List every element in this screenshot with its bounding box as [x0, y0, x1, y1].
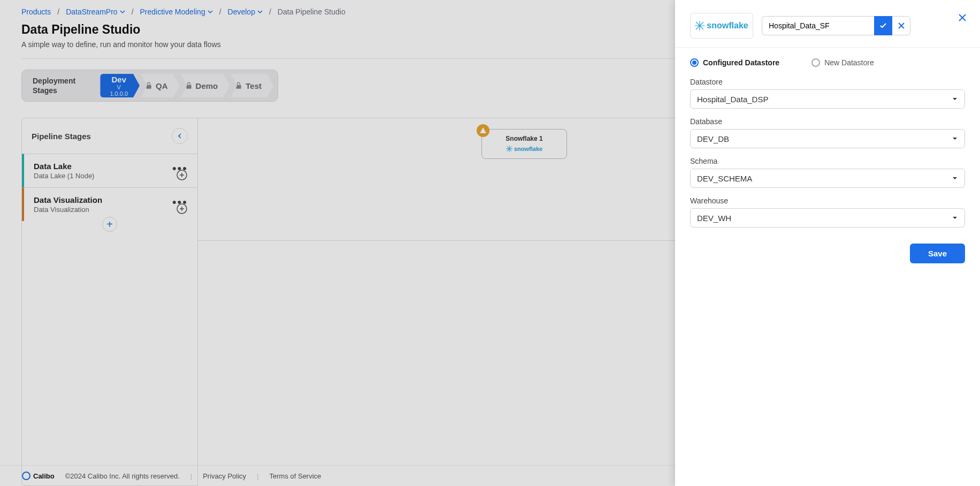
check-icon: [879, 21, 887, 30]
radio-label: New Datastore: [824, 58, 874, 67]
radio-label: Configured Datastore: [703, 58, 779, 67]
snowflake-icon: [695, 21, 705, 31]
caret-down-icon: [952, 215, 958, 221]
radio-configured-datastore[interactable]: Configured Datastore: [690, 58, 779, 67]
warehouse-label: Warehouse: [690, 196, 965, 205]
radio-unchecked-icon: [811, 58, 820, 67]
radio-new-datastore[interactable]: New Datastore: [811, 58, 874, 67]
schema-label: Schema: [690, 157, 965, 165]
select-value: DEV_WH: [697, 214, 731, 223]
snowflake-logo-box: snowflake: [690, 13, 753, 39]
select-value: DEV_SCHEMA: [697, 174, 752, 183]
database-select[interactable]: DEV_DB: [690, 129, 965, 148]
warehouse-select[interactable]: DEV_WH: [690, 208, 965, 227]
database-label: Database: [690, 117, 965, 126]
select-value: Hospital_Data_DSP: [697, 95, 768, 104]
datastore-select[interactable]: Hospital_Data_DSP: [690, 89, 965, 109]
config-side-panel: snowflake Configured Datastore: [675, 0, 980, 486]
close-panel-button[interactable]: [958, 13, 967, 22]
save-button[interactable]: Save: [910, 244, 965, 263]
panel-logo-text: snowflake: [707, 21, 748, 31]
cancel-name-button[interactable]: [892, 16, 910, 35]
confirm-name-button[interactable]: [874, 16, 892, 35]
caret-down-icon: [952, 96, 958, 102]
select-value: DEV_DB: [697, 134, 729, 143]
close-icon: [898, 22, 905, 29]
schema-select[interactable]: DEV_SCHEMA: [690, 169, 965, 188]
datastore-label: Datastore: [690, 78, 965, 86]
node-name-input[interactable]: [762, 16, 874, 35]
caret-down-icon: [952, 135, 958, 142]
radio-checked-icon: [690, 58, 699, 67]
close-icon: [958, 13, 967, 22]
caret-down-icon: [952, 175, 958, 181]
